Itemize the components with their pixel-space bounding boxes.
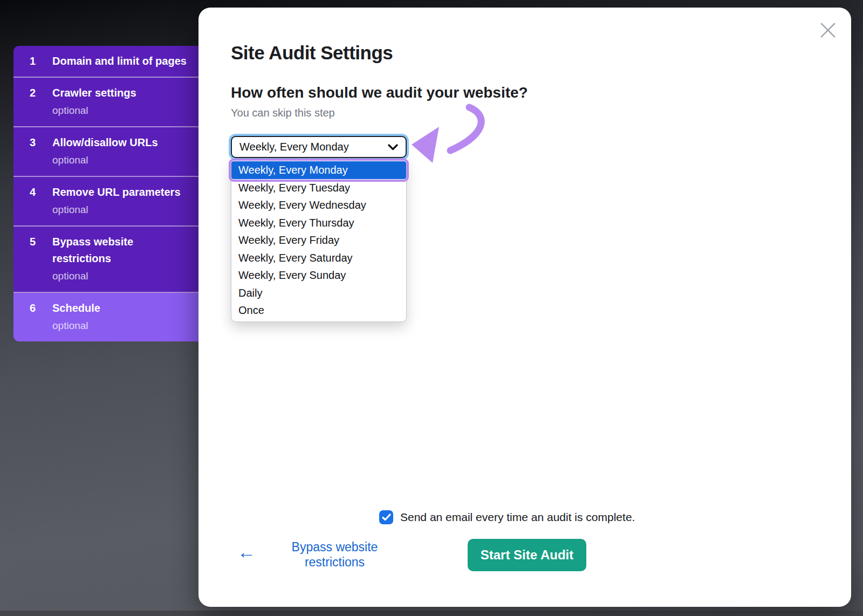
email-checkbox-label: Send an email every time an audit is com… [400, 511, 635, 524]
step-optional-note: optional [52, 317, 191, 334]
close-icon [819, 21, 837, 39]
step-title: Allow/disallow URLs [52, 134, 191, 151]
step-title: Schedule [52, 300, 191, 317]
chevron-down-icon [388, 144, 398, 150]
step-title: Bypass website restrictions [52, 234, 191, 267]
frequency-option[interactable]: Weekly, Every Tuesday [231, 179, 406, 197]
bypass-website-restrictions-link[interactable]: Bypass website restrictions [277, 539, 393, 570]
step-number: 1 [30, 53, 52, 70]
step-number: 5 [30, 234, 52, 250]
sidebar-step[interactable]: 6 Schedule optional [13, 293, 198, 341]
step-optional-note: optional [52, 151, 191, 169]
step-optional-note: optional [52, 201, 191, 218]
sidebar-step[interactable]: 5 Bypass website restrictions optional [13, 227, 198, 293]
email-notification-row[interactable]: Send an email every time an audit is com… [379, 510, 635, 524]
step-number: 4 [30, 184, 52, 201]
site-audit-settings-modal: Site Audit Settings How often should we … [198, 8, 851, 607]
frequency-option[interactable]: Weekly, Every Sunday [231, 266, 406, 284]
modal-title: Site Audit Settings [231, 42, 393, 64]
backdrop-bottom-strip [0, 611, 863, 616]
close-button[interactable] [819, 21, 837, 39]
step-title: Crawler settings [52, 85, 191, 101]
start-site-audit-button[interactable]: Start Site Audit [468, 539, 586, 571]
step-title: Remove URL parameters [52, 184, 191, 201]
audit-frequency-question: How often should we audit your website? [231, 84, 528, 101]
annotation-arrow-icon [399, 100, 499, 170]
back-arrow-button[interactable]: ← [237, 543, 256, 561]
frequency-option[interactable]: Weekly, Every Saturday [231, 249, 406, 267]
wizard-steps-sidebar: 1 Domain and limit of pages 2 Crawler se… [13, 46, 198, 341]
frequency-option[interactable]: Weekly, Every Friday [231, 231, 406, 249]
step-number: 2 [30, 85, 52, 101]
frequency-select-value: Weekly, Every Monday [239, 141, 349, 153]
frequency-option[interactable]: Weekly, Every Wednesday [231, 196, 406, 214]
sidebar-step[interactable]: 4 Remove URL parameters optional [13, 177, 198, 227]
step-number: 6 [30, 300, 52, 317]
checkmark-icon [382, 514, 391, 521]
frequency-option[interactable]: Daily [231, 284, 406, 302]
step-optional-note: optional [52, 267, 191, 285]
sidebar-step[interactable]: 3 Allow/disallow URLs optional [13, 127, 198, 177]
frequency-option[interactable]: Once [231, 302, 406, 319]
sidebar-step[interactable]: 2 Crawler settings optional [13, 78, 198, 127]
frequency-select[interactable]: Weekly, Every Monday [231, 136, 407, 158]
skip-step-note: You can skip this step [231, 107, 335, 119]
frequency-option[interactable]: Weekly, Every Thursday [231, 214, 406, 232]
step-title: Domain and limit of pages [52, 53, 191, 70]
sidebar-step[interactable]: 1 Domain and limit of pages [13, 46, 198, 78]
frequency-dropdown-list: Weekly, Every Monday Weekly, Every Tuesd… [231, 160, 407, 322]
frequency-option[interactable]: Weekly, Every Monday [231, 161, 406, 179]
email-checkbox[interactable] [379, 510, 393, 524]
step-number: 3 [30, 134, 52, 151]
step-optional-note: optional [52, 101, 191, 119]
